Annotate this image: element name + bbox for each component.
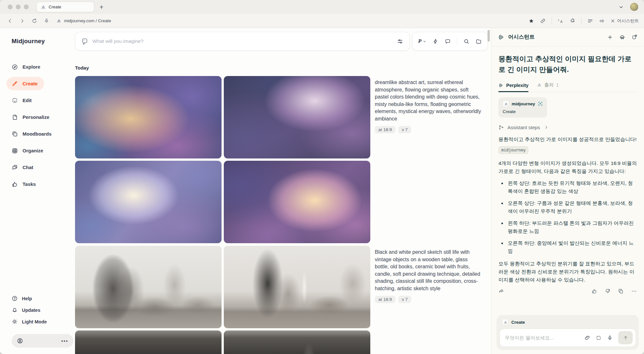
folder-icon[interactable]: [476, 38, 482, 44]
traffic-light-close[interactable]: [8, 5, 13, 9]
assistant-toggle-label: 어시스턴트: [617, 18, 639, 24]
profile-selector[interactable]: P: [418, 38, 426, 44]
generated-image[interactable]: [75, 246, 222, 328]
browser-toolbar: midjourney.com / Create x̄A 어시스턴트: [0, 14, 644, 28]
sidebar-item-light-mode[interactable]: Light Mode: [12, 317, 73, 326]
composer-context-chip[interactable]: Create: [499, 318, 636, 329]
window-controls: [8, 5, 29, 9]
assistant-toggle-button[interactable]: 어시스턴트: [611, 18, 639, 24]
sidebar-item-organize[interactable]: Organize: [6, 144, 50, 157]
traffic-light-zoom[interactable]: [24, 5, 29, 9]
svg-text:A: A: [560, 20, 562, 24]
translate-icon[interactable]: x̄A: [558, 18, 564, 24]
prompt-input-bar[interactable]: [75, 32, 410, 51]
browser-tab[interactable]: Create: [36, 2, 94, 12]
url-text: midjourney.com / Create: [64, 18, 111, 23]
address-bar[interactable]: midjourney.com / Create: [56, 18, 111, 23]
version-badge[interactable]: v 7: [398, 126, 411, 133]
sidebar-item-label: Organize: [23, 148, 43, 153]
account-more-icon[interactable]: •••: [61, 338, 68, 344]
voice-search-mic-icon[interactable]: [44, 18, 49, 24]
assistant-message: 몽환적이고 추상적인 가로 이미지를 성공적으로 만들었습니다! midjour…: [498, 135, 637, 284]
generation-row: Black and white pencil sketch still life…: [75, 246, 488, 354]
reload-icon[interactable]: [32, 18, 37, 24]
prompt-input[interactable]: [92, 38, 393, 44]
generated-image[interactable]: [75, 76, 222, 158]
help-icon: [12, 295, 18, 301]
composer-input-bar[interactable]: [499, 329, 636, 347]
comet-logo-icon: [498, 34, 505, 41]
tab-perplexity[interactable]: Perplexity: [498, 83, 528, 92]
screenshot-capture-icon[interactable]: [538, 101, 543, 106]
sidebar-item-edit[interactable]: Edit: [6, 94, 38, 107]
generated-image[interactable]: [224, 246, 370, 328]
select-region-icon[interactable]: [596, 335, 601, 341]
main-scrollbar-thumb[interactable]: [488, 30, 490, 42]
prompt-text[interactable]: dreamlike abstract art, surreal ethereal…: [375, 79, 482, 123]
generated-image[interactable]: [75, 330, 222, 354]
aspect-ratio-badge[interactable]: ar 16:9: [375, 296, 395, 303]
source-card-midjourney[interactable]: midjourney Create: [498, 97, 547, 118]
reading-list-icon[interactable]: [587, 18, 593, 24]
fast-mode-bolt-icon[interactable]: [432, 38, 439, 44]
comments-bubble-icon[interactable]: [445, 38, 451, 44]
assistant-panel: 어시스턴트 몽환적이고 추상적인 이미지 필요한데 가로로 긴 이미지 만들어줘…: [491, 28, 644, 354]
generated-image[interactable]: [224, 76, 370, 158]
new-thread-plus-icon[interactable]: [607, 34, 613, 40]
share-icon[interactable]: [498, 288, 505, 294]
source-page: Create: [503, 109, 543, 114]
search-icon[interactable]: [463, 38, 469, 44]
copy-link-icon[interactable]: [540, 18, 546, 24]
tab-search-chevron-icon[interactable]: [619, 5, 624, 10]
open-in-window-icon[interactable]: [632, 34, 638, 40]
traffic-light-minimize[interactable]: [16, 5, 21, 9]
sidebar-item-chat[interactable]: Chat: [6, 161, 40, 174]
generated-image[interactable]: [75, 161, 222, 243]
sidebar-item-explore[interactable]: Explore: [6, 60, 47, 73]
bookmark-star-icon[interactable]: [528, 18, 534, 24]
edit-selection-icon: [12, 97, 18, 104]
incognito-icon[interactable]: [619, 34, 625, 40]
sidebar-item-create[interactable]: Create: [6, 77, 44, 90]
version-badge[interactable]: v 7: [398, 296, 411, 303]
sidebar-item-label: Explore: [23, 64, 40, 70]
new-tab-button[interactable]: +: [99, 4, 103, 10]
assistant-tabs: Perplexity 출처 1: [498, 82, 637, 92]
settings-sliders-icon[interactable]: [397, 38, 403, 45]
assistant-steps-label: Assistant steps: [507, 125, 540, 130]
bell-icon: [12, 307, 18, 313]
forward-icon[interactable]: [19, 18, 25, 24]
sidebar-item-help[interactable]: Help: [12, 294, 73, 303]
prompt-text[interactable]: Black and white pencil sketch still life…: [375, 249, 482, 292]
browser-profile-avatar[interactable]: [630, 3, 638, 11]
sidebar-item-updates[interactable]: Updates: [12, 306, 73, 314]
tool-badge-midjourney[interactable]: midjourney: [498, 146, 528, 154]
pages-icon: [12, 114, 18, 120]
extensions-puzzle-icon[interactable]: [570, 18, 575, 24]
tab-sources[interactable]: 출처 1: [537, 82, 559, 92]
thumbs-up-icon[interactable]: [592, 288, 597, 294]
midjourney-wordmark[interactable]: Midjourney: [12, 38, 73, 45]
audio-waveform-icon[interactable]: [599, 18, 605, 24]
more-options-icon[interactable]: [631, 288, 637, 294]
midjourney-site-icon: [56, 18, 61, 23]
sidebar-item-tasks[interactable]: Tasks: [6, 177, 42, 191]
sidebar-item-personalize[interactable]: Personalize: [6, 110, 56, 124]
account-menu[interactable]: •••: [12, 334, 73, 348]
grid-icon: [12, 148, 18, 154]
midjourney-source-icon: [537, 82, 542, 87]
mic-icon[interactable]: [607, 335, 613, 341]
aspect-ratio-badge[interactable]: ar 16:9: [375, 126, 395, 133]
generated-image[interactable]: [224, 161, 370, 243]
add-image-icon[interactable]: [81, 38, 88, 45]
thumbs-down-icon[interactable]: [605, 288, 611, 294]
copy-icon[interactable]: [618, 288, 624, 294]
sidebar-item-moodboards[interactable]: Moodboards: [6, 127, 58, 140]
generated-image[interactable]: [224, 330, 370, 354]
composer-input[interactable]: [505, 335, 579, 340]
send-button[interactable]: [618, 331, 633, 344]
chevron-right-icon: [544, 125, 548, 129]
assistant-steps-toggle[interactable]: Assistant steps: [498, 125, 637, 130]
back-icon[interactable]: [7, 18, 13, 24]
attach-paperclip-icon[interactable]: [584, 335, 590, 341]
